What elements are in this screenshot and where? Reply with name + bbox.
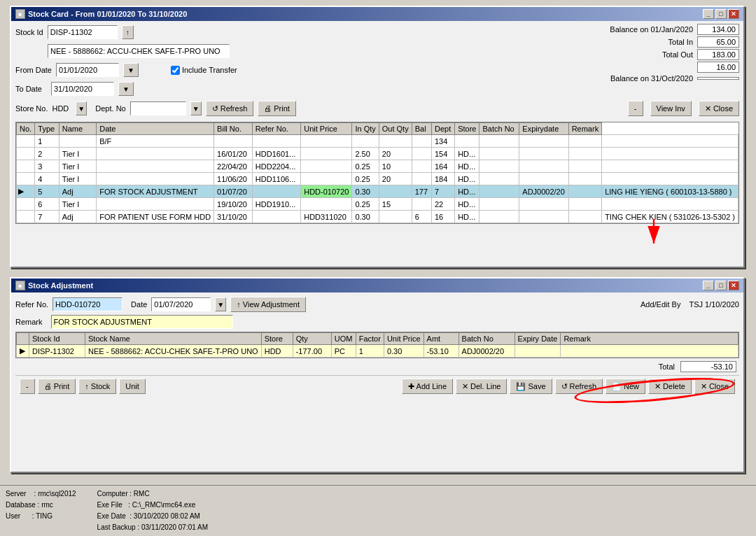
adj-close-btn2[interactable]: ✕ Close	[694, 379, 735, 394]
stock-card-icon: ■	[15, 9, 25, 19]
col-expiry: Expirydate	[519, 123, 568, 135]
table-row[interactable]: 2Tier I16/01/20HDD1601...2.5020154HD...	[17, 148, 738, 160]
adj-date-label: Date	[131, 300, 147, 309]
add-line-btn[interactable]: ✚ Add Line	[402, 379, 453, 394]
adj-refresh-icon: ↺	[561, 382, 568, 391]
dept-no-label: Dept. No	[95, 104, 125, 113]
del-line-btn[interactable]: ✕ Del. Line	[456, 379, 507, 394]
adj-print-icon: 🖨	[44, 382, 52, 390]
stock-card-title-bar: ■ Stock Card - From 01/01/2020 To 31/10/…	[11, 7, 743, 21]
adj-col-store: Store	[261, 333, 293, 345]
store-no-dropdown-btn[interactable]: ▼	[76, 101, 87, 115]
store-no-value: HDD	[52, 104, 69, 113]
stock-adj-icon: ■	[15, 281, 25, 290]
minus-btn[interactable]: -	[628, 101, 643, 116]
stock-adj-title-bar: ■ Stock Adjustment _ □ ✕	[11, 278, 743, 292]
stock-id-input[interactable]	[48, 25, 118, 39]
col-remark: Remark	[568, 123, 602, 135]
table-row[interactable]: 6Tier I19/10/20HDD1910...0.251522HD...	[17, 198, 738, 211]
database-value: : rmc	[38, 501, 53, 509]
refresh-btn[interactable]: ↺ Refresh	[206, 101, 254, 116]
last-backup-value: : 03/11/2020 07:01 AM	[137, 523, 208, 531]
col-bill: Bill No.	[214, 123, 253, 135]
table-row[interactable]: 1B/F134	[17, 135, 738, 148]
save-btn[interactable]: 💾 Save	[510, 379, 552, 394]
minimize-btn[interactable]: _	[703, 9, 714, 19]
col-in-qty: In Qty	[352, 123, 379, 135]
stock-card-table: No. Type Name Date Bill No. Refer No. Un…	[16, 122, 738, 223]
stock-id-upload-btn[interactable]: ↑	[122, 25, 134, 39]
stock-id-label: Stock Id	[15, 28, 43, 36]
adj-close-icon: ✕	[701, 382, 707, 391]
delete-btn[interactable]: ✕ Delete	[648, 379, 692, 394]
col-out-qty: Out Qty	[379, 123, 412, 135]
col-unit-price: Unit Price	[301, 123, 352, 135]
adj-close-btn[interactable]: ✕	[728, 281, 739, 290]
table-row[interactable]: ▶5AdjFOR STOCK ADJUSTMENT01/07/20HDD-010…	[17, 185, 738, 198]
stock-name-input[interactable]	[48, 44, 230, 58]
refer-no-label: Refer No.	[15, 300, 48, 309]
sc-close-icon: ✕	[705, 104, 711, 113]
to-date-label: To Date	[15, 85, 42, 93]
adj-table: Stock Id Stock Name Store Qty UOM Factor…	[16, 332, 738, 358]
user-value: : TING	[32, 512, 52, 520]
table-row[interactable]: 7AdjFOR PATIENT USE FORM HDD31/10/20HDD3…	[17, 211, 738, 223]
table-row[interactable]: 3Tier I22/04/20HDD2204...0.2510164HD...	[17, 160, 738, 173]
unknown-val-value: 16.00	[697, 62, 739, 73]
close-btn[interactable]: ✕	[728, 9, 739, 19]
to-date-input[interactable]	[51, 82, 114, 96]
from-date-picker-btn[interactable]: ▼	[123, 63, 139, 77]
stock-adj-title: Stock Adjustment	[28, 281, 93, 290]
new-btn[interactable]: 📄 New	[606, 379, 645, 394]
adj-refresh-btn[interactable]: ↺ Refresh	[555, 379, 603, 394]
adj-date-picker-btn[interactable]: ▼	[215, 297, 226, 311]
dept-dropdown-btn[interactable]: ▼	[190, 101, 202, 115]
col-refer: Refer No.	[252, 123, 300, 135]
adj-unit-btn[interactable]: Unit	[119, 379, 146, 394]
adj-print-btn[interactable]: 🖨 Print	[38, 379, 76, 394]
adj-col-uom: UOM	[331, 333, 356, 345]
col-name: Name	[59, 123, 97, 135]
add-line-icon: ✚	[408, 382, 414, 391]
from-date-label: From Date	[15, 66, 52, 74]
include-transfer-checkbox[interactable]	[171, 66, 180, 75]
adj-col-batch: Batch No	[458, 333, 514, 345]
sc-close-btn[interactable]: ✕ Close	[699, 101, 739, 116]
delete-icon: ✕	[654, 382, 661, 391]
stock-card-title: Stock Card - From 01/01/2020 To 31/10/20…	[28, 10, 187, 18]
status-bar: Server : rmc\sql2012 Database : rmc User…	[0, 485, 756, 536]
total-out-value: 183.00	[697, 49, 739, 60]
adj-col-uprice: Unit Price	[384, 333, 424, 345]
store-no-label: Store No.	[15, 104, 48, 113]
remark-input[interactable]	[51, 315, 233, 329]
table-row[interactable]: 4Tier I11/06/20HDD1106...0.2520184HD...	[17, 173, 738, 185]
adj-col-amt: Amt	[424, 333, 458, 345]
total-in-value: 65.00	[697, 36, 739, 48]
adj-stock-btn[interactable]: ↑ Stock	[78, 379, 116, 394]
include-transfer-label: Include Transfer	[182, 66, 237, 74]
del-line-icon: ✕	[462, 382, 468, 391]
total-out-label: Total Out	[662, 50, 693, 59]
adj-col-factor: Factor	[356, 333, 384, 345]
from-date-input[interactable]	[56, 63, 119, 77]
col-dept: Dept	[431, 123, 454, 135]
exe-date-value: : 30/10/2020 08:02 AM	[130, 512, 200, 520]
new-icon: 📄	[612, 382, 622, 391]
view-adj-btn[interactable]: ↑ View Adjustment	[230, 297, 306, 312]
adj-maximize-btn[interactable]: □	[715, 281, 727, 290]
col-batch: Batch No	[479, 123, 519, 135]
balance-oct-label: Balance on 31/Oct/2020	[610, 74, 693, 83]
col-no: No.	[17, 123, 35, 135]
print-btn[interactable]: 🖨 Print	[258, 101, 296, 116]
adj-date-input[interactable]	[151, 297, 211, 311]
maximize-btn[interactable]: □	[715, 9, 727, 19]
adj-minimize-btn[interactable]: _	[703, 281, 714, 290]
total-in-label: Total In	[668, 38, 693, 46]
dept-no-input[interactable]	[130, 101, 186, 115]
refer-no-input[interactable]	[52, 297, 122, 311]
to-date-picker-btn[interactable]: ▼	[118, 82, 134, 96]
remark-label: Remark	[15, 318, 43, 326]
view-inv-btn[interactable]: View Inv	[650, 101, 692, 116]
adj-minus-btn[interactable]: -	[20, 379, 35, 394]
table-row[interactable]: ▶DISP-11302NEE - 5888662: ACCU-CHEK SAFE…	[17, 345, 738, 358]
